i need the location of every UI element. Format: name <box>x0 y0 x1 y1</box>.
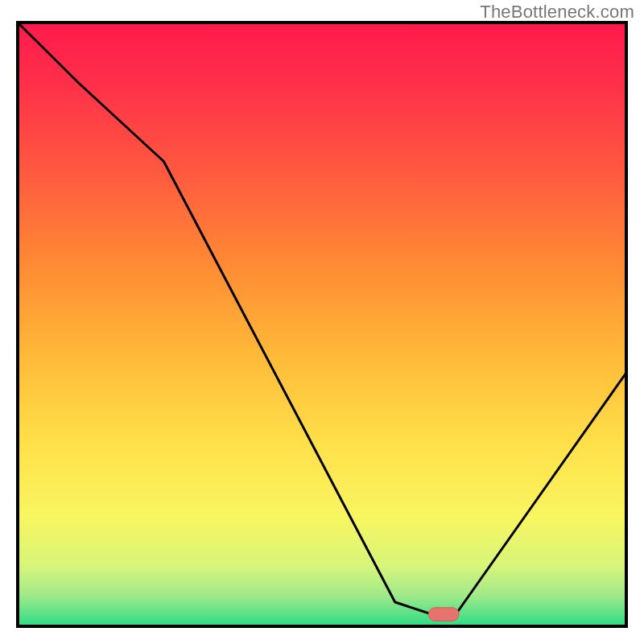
bottleneck-chart <box>0 0 644 644</box>
optimal-marker <box>428 608 459 621</box>
watermark-text: TheBottleneck.com <box>480 2 634 23</box>
chart-container: TheBottleneck.com <box>0 0 644 644</box>
plot-background <box>18 23 626 626</box>
